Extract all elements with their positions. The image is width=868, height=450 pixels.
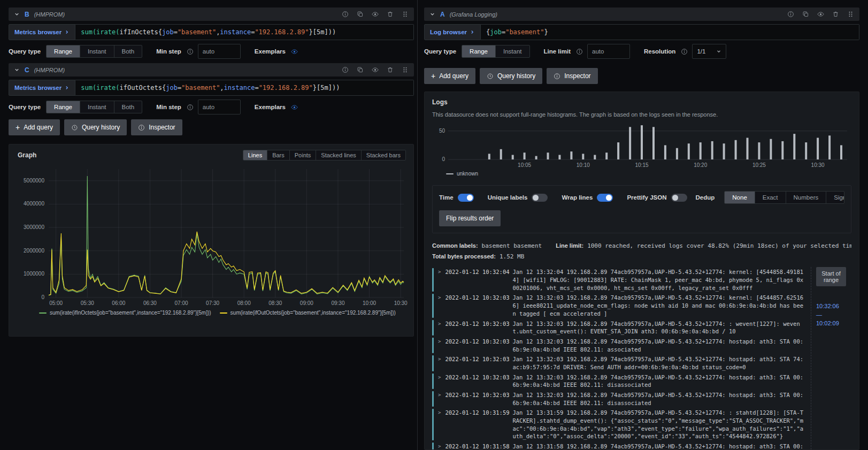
query-type-b-option-both[interactable]: Both [114, 45, 142, 57]
query-type-a-option-instant[interactable]: Instant [495, 45, 529, 57]
min-step-input[interactable] [198, 44, 241, 59]
graph-style-option-lines[interactable]: Lines [243, 150, 267, 160]
exemplars-eye-icon[interactable] [291, 48, 298, 55]
log-expand-chevron-icon[interactable]: > [438, 374, 441, 389]
query-header-icons [787, 11, 854, 18]
svg-text:1000000: 1000000 [24, 271, 44, 277]
svg-text:07:00: 07:00 [175, 300, 188, 306]
flip-results-button[interactable]: Flip results order [439, 210, 501, 226]
toggle-wrap-lines[interactable] [597, 194, 613, 202]
inspector-button[interactable]: Inspector [547, 68, 597, 84]
log-row[interactable]: >2022-01-12 10:31:59Jan 12 13:31:59 192.… [432, 408, 806, 441]
log-expand-chevron-icon[interactable]: > [438, 443, 441, 449]
query-help-icon[interactable] [342, 66, 349, 73]
log-browser-button[interactable]: Log browser [424, 24, 481, 40]
range-time-from[interactable]: 10:32:06 [816, 302, 851, 311]
drag-handle-icon[interactable] [402, 11, 409, 18]
query-type-b-option-instant[interactable]: Instant [80, 45, 114, 57]
query-type-a-option-range[interactable]: Range [462, 45, 495, 57]
query-type-group-c: RangeInstantBoth [46, 101, 142, 113]
log-expand-chevron-icon[interactable]: > [438, 338, 441, 353]
log-expand-chevron-icon[interactable]: > [438, 294, 441, 317]
remove-query-icon[interactable] [832, 11, 839, 18]
line-limit-input[interactable] [587, 44, 630, 59]
add-query-button[interactable]: +Add query [9, 119, 60, 135]
drag-handle-icon[interactable] [402, 66, 409, 73]
time-series-chart[interactable]: 01000000200000030000004000000500000005:0… [14, 165, 408, 308]
toggle-time[interactable] [458, 194, 474, 202]
query-history-button[interactable]: Query history [480, 68, 542, 84]
query-type-c-option-instant[interactable]: Instant [80, 101, 114, 113]
help-icon[interactable] [187, 104, 194, 111]
duplicate-query-icon[interactable] [357, 11, 364, 18]
query-type-c-option-both[interactable]: Both [114, 101, 142, 113]
log-row[interactable]: >2022-01-12 10:32:04Jan 12 13:32:04 192.… [432, 267, 806, 293]
log-message: Jan 12 13:32:03 192.168.2.89 74acb957957… [512, 355, 806, 371]
query-type-c-option-range[interactable]: Range [47, 101, 80, 113]
hide-query-icon[interactable] [372, 11, 379, 18]
query-expression-input-a[interactable]: {job="basement"} [481, 24, 859, 40]
collapse-chevron-icon[interactable] [14, 11, 20, 17]
query-history-button[interactable]: Query history [64, 119, 127, 135]
log-row[interactable]: >2022-01-12 10:31:58Jan 12 13:31:58 192.… [432, 441, 806, 449]
dedup-option-signature[interactable]: Signature [826, 192, 844, 203]
log-row[interactable]: >2022-01-12 10:32:03Jan 12 13:32:03 192.… [432, 390, 806, 408]
exemplars-eye-icon[interactable] [291, 104, 298, 111]
toggle-prettify-json[interactable] [671, 194, 687, 202]
hide-query-icon[interactable] [817, 11, 824, 18]
graph-style-option-stacked-lines[interactable]: Stacked lines [316, 150, 360, 160]
query-section-header-a[interactable]: A (Grafana Logging) [424, 7, 859, 21]
graph-style-option-points[interactable]: Points [289, 150, 316, 160]
log-expand-chevron-icon[interactable]: > [438, 409, 441, 440]
range-time-to[interactable]: 10:02:09 [816, 319, 851, 328]
log-level-bar [432, 373, 434, 389]
duplicate-query-icon[interactable] [802, 11, 809, 18]
duplicate-query-icon[interactable] [357, 66, 364, 73]
toggle-unique-labels[interactable] [532, 194, 548, 202]
collapse-chevron-icon[interactable] [14, 67, 20, 73]
dedup-option-exact[interactable]: Exact [755, 192, 786, 203]
metrics-browser-button[interactable]: Metrics browser [9, 80, 75, 96]
query-section-header-c[interactable]: C (HMPROM) [9, 63, 414, 77]
metrics-browser-button[interactable]: Metrics browser [9, 24, 75, 40]
log-expand-chevron-icon[interactable]: > [438, 269, 441, 292]
add-query-button[interactable]: +Add query [424, 68, 475, 84]
start-of-range-button[interactable]: Start of range [816, 267, 846, 286]
log-row[interactable]: >2022-01-12 10:32:03Jan 12 13:32:03 192.… [432, 319, 806, 337]
log-expand-chevron-icon[interactable]: > [438, 356, 441, 371]
query-expression-input-c[interactable]: sum(irate(ifOutOctets{job="basement",ins… [75, 80, 414, 96]
log-expand-chevron-icon[interactable]: > [438, 392, 441, 407]
min-step-input[interactable] [198, 100, 241, 115]
legend-item[interactable]: unknown [446, 171, 478, 177]
help-icon[interactable] [681, 48, 688, 55]
graph-style-option-bars[interactable]: Bars [267, 150, 289, 160]
query-type-b-option-range[interactable]: Range [47, 45, 80, 57]
log-row[interactable]: >2022-01-12 10:32:03Jan 12 13:32:03 192.… [432, 372, 806, 390]
resolution-select[interactable]: 1/1 [692, 44, 726, 59]
dedup-option-none[interactable]: None [725, 192, 755, 203]
inspector-button[interactable]: Inspector [131, 119, 182, 135]
logs-histogram[interactable]: 05010:0510:1010:1510:2010:2510:30 [432, 122, 851, 169]
legend-item[interactable]: sum(irate(ifInOctets{job="basement",inst… [39, 310, 211, 316]
hide-query-icon[interactable] [372, 66, 379, 73]
dedup-option-numbers[interactable]: Numbers [786, 192, 826, 203]
log-row[interactable]: >2022-01-12 10:32:03Jan 12 13:32:03 192.… [432, 337, 806, 354]
query-row-b: Metrics browser sum(irate(ifInOctets{job… [9, 24, 414, 40]
query-section-header-b[interactable]: B (HMPROM) [9, 7, 414, 21]
log-row[interactable]: >2022-01-12 10:32:03Jan 12 13:32:03 192.… [432, 293, 806, 318]
remove-query-icon[interactable] [387, 66, 394, 73]
query-expression-input-b[interactable]: sum(irate(ifInOctets{job="basement",inst… [75, 24, 414, 40]
drag-handle-icon[interactable] [847, 11, 854, 18]
query-options-a: Query type RangeInstant Line limit Resol… [424, 44, 859, 59]
graph-style-option-stacked-bars[interactable]: Stacked bars [361, 150, 405, 160]
query-help-icon[interactable] [342, 11, 349, 18]
collapse-chevron-icon[interactable] [429, 11, 435, 17]
log-expand-chevron-icon[interactable]: > [438, 321, 441, 335]
log-row[interactable]: >2022-01-12 10:32:03Jan 12 13:32:03 192.… [432, 354, 806, 372]
help-icon[interactable] [187, 48, 194, 55]
query-help-icon[interactable] [787, 11, 794, 18]
legend-label: sum(irate(ifInOctets{job="basement",inst… [50, 310, 211, 316]
legend-item[interactable]: sum(irate(ifOutOctets{job="basement",ins… [220, 310, 396, 316]
remove-query-icon[interactable] [387, 11, 394, 18]
help-icon[interactable] [576, 48, 583, 55]
